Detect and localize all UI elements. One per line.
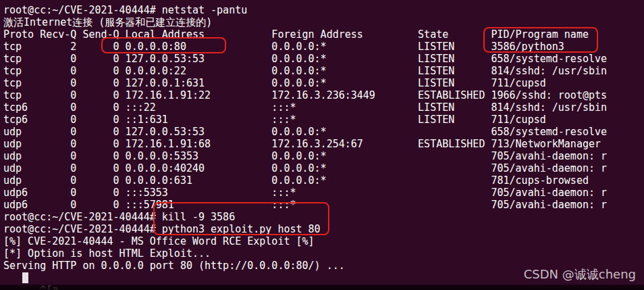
csdn-watermark: CSDN @诚诚cheng <box>524 266 636 283</box>
terminal-line: tcp 0 0 127.0.0.53:53 0.0.0.0:* LISTEN 6… <box>3 53 644 65</box>
terminal-line: Proto Recv-Q Send-Q Local Address Foreig… <box>3 28 644 41</box>
terminal-line: tcp6 0 0 ::1:631 :::* LISTEN 711/cupsd <box>3 114 644 126</box>
terminal-line: tcp 2 0 0.0.0.0:80 0.0.0.0:* LISTEN 3586… <box>3 41 644 53</box>
terminal-line: [*] Option is host HTML Exploit... <box>3 247 644 260</box>
terminal-line: root@cc:~/CVE-2021-40444# kill -9 3586 <box>3 211 644 223</box>
terminal-line: udp 0 0 0.0.0.0:631 0.0.0.0:* 781/cups-b… <box>3 174 644 187</box>
terminal-line: tcp 0 0 0.0.0.0:22 0.0.0.0:* LISTEN 814/… <box>3 65 644 77</box>
terminal-line: udp 0 0 172.16.1.91:68 172.16.3.254:67 E… <box>3 138 644 150</box>
terminal-line: udp 0 0 127.0.0.53:53 0.0.0.0:* 658/syst… <box>3 126 644 138</box>
terminal-line: root@cc:~/CVE-2021-40444# netstat -pantu <box>3 4 644 16</box>
terminal-line: 激活Internet连接 (服务器和已建立连接的) <box>3 16 644 28</box>
terminal-line: udp6 0 0 :::5353 :::* 705/avahi-daemon: … <box>3 187 644 199</box>
terminal-line: tcp 0 0 127.0.0.1:631 0.0.0.0:* LISTEN 7… <box>3 77 644 89</box>
terminal-line: udp 0 0 0.0.0.0:5353 0.0.0.0:* 705/avahi… <box>3 150 644 162</box>
terminal-line: udp 0 0 0.0.0.0:40240 0.0.0.0:* 705/avah… <box>3 162 644 174</box>
terminal-output: root@cc:~/CVE-2021-40444# netstat -pantu… <box>3 4 644 284</box>
terminal-line: [%] CVE-2021-40444 - MS Office Word RCE … <box>3 235 644 247</box>
text-cursor <box>22 272 28 283</box>
terminal-screen[interactable]: root@cc:~/CVE-2021-40444# python3 exploi… <box>0 0 644 290</box>
terminal-line: udp6 0 0 :::57981 :::* 705/avahi-daemon:… <box>3 199 644 211</box>
terminal-line: tcp 0 0 172.16.1.91:22 172.16.3.236:3449… <box>3 89 644 101</box>
terminal-line: tcp6 0 0 :::22 :::* LISTEN 814/sshd: /us… <box>3 101 644 114</box>
bottom-edge-strip <box>0 285 644 290</box>
terminal-line: root@cc:~/CVE-2021-40444# python3 exploi… <box>3 223 644 235</box>
